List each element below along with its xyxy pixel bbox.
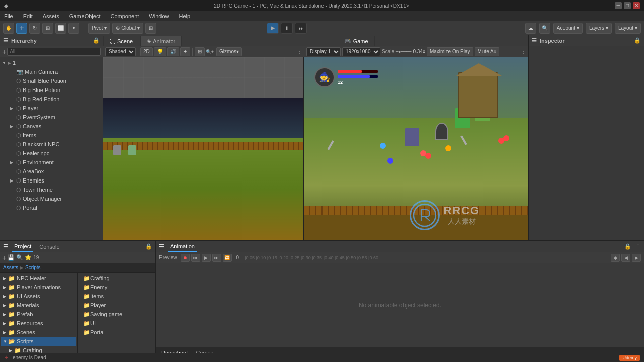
proj-folder-scenes[interactable]: ▶ 📁 Scenes: [1, 328, 76, 337]
tree-item-healer-npc[interactable]: ⬡ Healer npc: [0, 149, 103, 158]
tree-item-scene[interactable]: ▼ ▸ 1: [0, 58, 103, 67]
scene-view[interactable]: [103, 57, 304, 240]
menu-gameobject[interactable]: GameObject: [67, 13, 103, 19]
tab-project[interactable]: Project: [12, 241, 33, 252]
anim-keyframe-left[interactable]: ◀: [621, 254, 630, 262]
tab-animator[interactable]: ◈ Animator: [140, 36, 182, 46]
grid-button[interactable]: ⊞: [145, 23, 156, 34]
tool-scale[interactable]: ⊞: [42, 23, 53, 34]
anim-keyframe-diamond[interactable]: ◆: [611, 254, 620, 262]
tree-item-towntheme[interactable]: ⬡ TownTheme: [0, 185, 103, 194]
pivot-dropdown[interactable]: Pivot ▾: [88, 23, 110, 34]
menu-assets[interactable]: Assets: [41, 13, 61, 19]
proj-file-portal[interactable]: 📁 Portal: [79, 328, 154, 337]
project-star-icon[interactable]: ⭐: [25, 254, 32, 261]
anim-prev-button[interactable]: ⏮: [191, 254, 200, 262]
project-save-icon[interactable]: 💾: [8, 254, 15, 261]
tool-transform[interactable]: ✦: [68, 23, 79, 34]
animation-lock-icon[interactable]: 🔒: [624, 243, 631, 250]
tree-item-big-red-potion[interactable]: ⬡ Big Red Potion: [0, 95, 103, 104]
tool-rotate[interactable]: ↻: [29, 23, 40, 34]
proj-file-ui[interactable]: 📁 UI: [79, 319, 154, 328]
shading-dropdown[interactable]: Shaded: [105, 47, 136, 56]
proj-file-enemy[interactable]: 📁 Enemy: [79, 283, 154, 292]
menu-file[interactable]: File: [2, 13, 15, 19]
gizmos-dropdown[interactable]: Gizmos ▾: [216, 47, 242, 56]
scene-options[interactable]: ⋮: [297, 49, 302, 54]
project-add-button[interactable]: +: [2, 254, 6, 262]
game-options[interactable]: ⋮: [521, 49, 526, 54]
search-toolbar-button[interactable]: 🔍: [539, 23, 550, 34]
breadcrumb-scripts[interactable]: Scripts: [25, 265, 41, 270]
menu-window[interactable]: Window: [147, 13, 171, 19]
proj-folder-resources[interactable]: ▶ 📁 Resources: [1, 319, 76, 328]
minimize-button[interactable]: ─: [615, 2, 622, 9]
tree-item-enemies[interactable]: ▶ ⬡ Enemies: [0, 176, 103, 185]
tab-scene[interactable]: ⛶ Scene: [103, 36, 139, 46]
proj-folder-player-anim[interactable]: ▶ 📁 Player Animations: [1, 283, 76, 292]
game-view[interactable]: 🧙 12: [304, 57, 528, 240]
anim-next-button[interactable]: ⏭: [212, 254, 221, 262]
hierarchy-search[interactable]: [7, 48, 101, 56]
animation-options-icon[interactable]: ⋮: [635, 243, 641, 250]
tool-hand[interactable]: ✋: [3, 23, 14, 34]
tool-move[interactable]: ✛: [16, 23, 27, 34]
step-button[interactable]: ⏭: [295, 23, 307, 34]
close-button[interactable]: ✕: [633, 2, 640, 9]
tree-item-objectmanager[interactable]: ⬡ Object Manager: [0, 194, 103, 203]
breadcrumb-assets[interactable]: Assets: [3, 265, 18, 270]
menu-edit[interactable]: Edit: [21, 13, 35, 19]
pause-button[interactable]: ⏸: [281, 23, 293, 34]
proj-file-saving[interactable]: 📁 Saving game: [79, 310, 154, 319]
display-dropdown[interactable]: Display 1: [306, 47, 341, 56]
layers-dropdown[interactable]: Layers ▾: [586, 23, 612, 34]
global-dropdown[interactable]: ⊕ Global ▾: [112, 23, 143, 34]
tab-console[interactable]: Console: [37, 241, 61, 252]
maximize-on-play-button[interactable]: Maximize On Play: [427, 47, 473, 56]
tool-rect[interactable]: ⬜: [55, 23, 66, 34]
anim-record-button[interactable]: ⏺: [181, 254, 190, 262]
play-button[interactable]: ▶: [267, 23, 279, 34]
audio-button[interactable]: 🔊: [167, 47, 179, 56]
menu-component[interactable]: Component: [108, 13, 141, 19]
tree-item-blacksmit-npc[interactable]: ⬡ Blacksmit NPC: [0, 140, 103, 149]
project-search-icon[interactable]: 🔍: [16, 254, 23, 261]
proj-folder-npc-healer[interactable]: ▶ 📁 NPC Healer: [1, 274, 76, 283]
tab-animation[interactable]: Animation: [168, 241, 197, 252]
tree-item-small-blue-potion[interactable]: ⬡ Small Blue Potion: [0, 76, 103, 85]
proj-file-player[interactable]: 📁 Player: [79, 301, 154, 310]
proj-file-items[interactable]: 📁 Items: [79, 292, 154, 301]
project-lock-icon[interactable]: 🔒: [145, 243, 152, 250]
tree-item-canvas[interactable]: ▶ ⬡ Canvas: [0, 122, 103, 131]
anim-loop-button[interactable]: 🔁: [223, 254, 232, 262]
proj-file-crafting[interactable]: 📁 Crafting: [79, 274, 154, 283]
scale-slider[interactable]: ━●━━━━: [396, 49, 411, 54]
menu-help[interactable]: Help: [177, 13, 192, 19]
hierarchy-lock-icon[interactable]: 🔒: [93, 37, 100, 44]
hierarchy-add-button[interactable]: +: [2, 48, 6, 56]
resolution-dropdown[interactable]: 1920x1080: [342, 47, 380, 56]
2d-button[interactable]: 2D: [140, 47, 153, 56]
tree-item-main-camera[interactable]: 📷 Main Camera: [0, 67, 103, 76]
maximize-button[interactable]: □: [624, 2, 631, 9]
tree-item-portal[interactable]: ⬡ Portal: [0, 203, 103, 212]
tree-item-areabox[interactable]: ⬡ AreaBox: [0, 167, 103, 176]
fx-button[interactable]: ✦: [180, 47, 190, 56]
tab-game[interactable]: 🎮 Game: [338, 36, 375, 46]
layout-dropdown[interactable]: Layout ▾: [615, 23, 641, 34]
proj-folder-materials[interactable]: ▶ 📁 Materials: [1, 301, 76, 310]
scene-grid-button[interactable]: ⊞: [195, 47, 205, 56]
anim-play-button[interactable]: ▶: [202, 254, 211, 262]
tree-item-big-blue-potion[interactable]: ⬡ Big Blue Potion: [0, 85, 103, 95]
mute-button[interactable]: Mute Au: [475, 47, 500, 56]
account-dropdown[interactable]: Account ▾: [553, 23, 583, 34]
tree-item-items[interactable]: ⬡ Items: [0, 131, 103, 140]
tree-item-player[interactable]: ▶ ⬡ Player: [0, 104, 103, 113]
tree-item-eventsystem[interactable]: ⬡ EventSystem: [0, 113, 103, 122]
proj-folder-ui-assets[interactable]: ▶ 📁 UI Assets: [1, 292, 76, 301]
anim-keyframe-right[interactable]: ▶: [632, 254, 641, 262]
light-button[interactable]: 💡: [154, 47, 166, 56]
cloud-button[interactable]: ☁: [525, 23, 536, 34]
tree-item-environment[interactable]: ▶ ⬡ Environment: [0, 158, 103, 167]
proj-folder-scripts[interactable]: ▼ 📂 Scripts: [1, 337, 76, 346]
